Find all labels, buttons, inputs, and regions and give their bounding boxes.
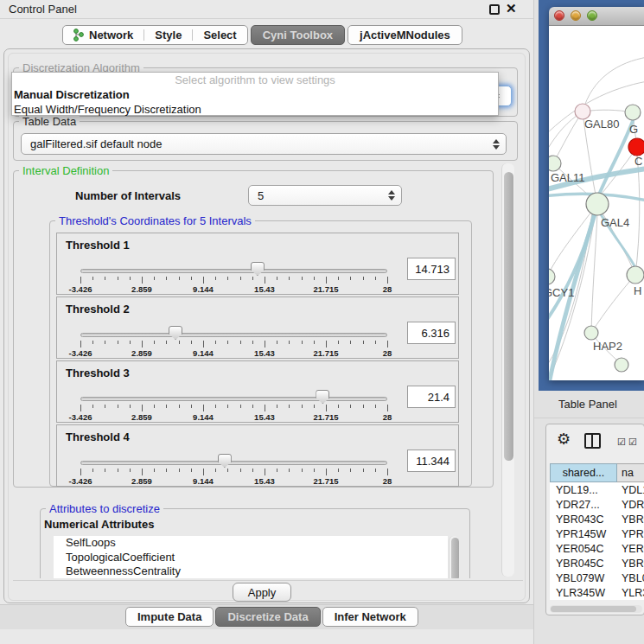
tick-mark bbox=[179, 277, 180, 280]
threshold-value-field[interactable]: 14.713 bbox=[407, 258, 456, 280]
tab-infer-network[interactable]: Infer Network bbox=[322, 607, 418, 627]
list-item-topologicalcoefficient[interactable]: TopologicalCoefficient bbox=[54, 551, 448, 565]
slider-thumb[interactable] bbox=[169, 326, 182, 340]
tick-mark bbox=[289, 341, 290, 344]
network-node-hap2[interactable] bbox=[584, 326, 598, 340]
slider-thumb[interactable] bbox=[218, 454, 232, 468]
table-cell: YBR045C bbox=[550, 556, 617, 571]
window-title: Control Panel bbox=[9, 3, 77, 16]
traffic-light-green-icon[interactable] bbox=[587, 10, 597, 21]
h-scrollbar[interactable] bbox=[550, 605, 642, 613]
traffic-light-red-icon[interactable] bbox=[554, 10, 564, 21]
tab-select[interactable]: Select bbox=[193, 26, 246, 44]
tick-mark bbox=[289, 405, 290, 408]
tab-impute-data[interactable]: Impute Data bbox=[125, 607, 214, 627]
network-window-frame: GAL80GCGAL11GAL4GCY1HHAP2 bbox=[539, 0, 644, 391]
slider-thumb[interactable] bbox=[251, 262, 265, 276]
table-row[interactable]: YBR045CYBR0 bbox=[550, 556, 644, 571]
list-item-selfloops[interactable]: SelfLoops bbox=[54, 536, 448, 551]
network-edge-highlight bbox=[549, 215, 594, 324]
threshold-value-field[interactable]: 11.344 bbox=[407, 450, 456, 472]
tick-mark bbox=[154, 469, 155, 472]
table-data-combo[interactable]: galFiltered.sif default node bbox=[21, 133, 507, 155]
table-header-name[interactable]: na bbox=[617, 463, 644, 482]
tick-mark bbox=[375, 277, 376, 280]
table-header-shared-name[interactable]: shared... bbox=[550, 463, 617, 482]
tick-mark bbox=[227, 341, 228, 344]
right-panel: GAL80GCGAL11GAL4GCY1HHAP2 Table Panel ⚙ … bbox=[533, 0, 644, 644]
tab-jactivemnodules[interactable]: jActiveMNodules bbox=[348, 25, 462, 45]
network-edge bbox=[635, 156, 640, 275]
table-row[interactable]: YLR345WYLR3 bbox=[550, 585, 644, 600]
slider-thumb[interactable] bbox=[316, 390, 329, 404]
network-node-h[interactable] bbox=[627, 266, 644, 284]
tick-label: 2.859 bbox=[116, 348, 168, 358]
number-of-intervals-combo[interactable]: 5 bbox=[248, 185, 402, 206]
network-node-gal11[interactable] bbox=[549, 156, 561, 171]
columns-icon[interactable] bbox=[584, 433, 601, 449]
close-icon[interactable]: ✕ bbox=[506, 1, 517, 16]
tick-mark bbox=[166, 405, 167, 408]
tick-mark bbox=[314, 341, 315, 344]
tick-mark bbox=[375, 341, 376, 344]
checkbox-icon[interactable]: ☑ bbox=[628, 437, 637, 448]
table-row[interactable]: YER054CYER0 bbox=[550, 541, 644, 556]
popup-option-equal-width-frequency[interactable]: Equal Width/Frequency Discretization bbox=[12, 102, 498, 117]
tick-label: 21.715 bbox=[300, 284, 352, 294]
tick-label: 9.144 bbox=[177, 284, 229, 294]
traffic-light-yellow-icon[interactable] bbox=[571, 10, 581, 21]
slider-track[interactable] bbox=[80, 269, 387, 273]
table-row[interactable]: YDL19...YDL1 bbox=[550, 482, 644, 497]
tab-cyni-toolbox[interactable]: Cyni Toolbox bbox=[251, 25, 345, 45]
apply-button[interactable]: Apply bbox=[233, 583, 291, 602]
tick-mark bbox=[350, 405, 351, 408]
checkbox-icon[interactable]: ☑ bbox=[617, 437, 626, 448]
tick-mark bbox=[130, 277, 131, 280]
network-canvas[interactable]: GAL80GCGAL11GAL4GCY1HHAP2 bbox=[549, 26, 644, 380]
tick-label: 2.859 bbox=[116, 476, 168, 486]
attribute-list-scrollbar[interactable] bbox=[449, 536, 459, 578]
network-node-c[interactable] bbox=[628, 138, 644, 156]
tick-mark bbox=[277, 277, 277, 280]
table-cell: YBL079W bbox=[550, 571, 617, 585]
tick-mark bbox=[92, 469, 93, 472]
slider-track[interactable] bbox=[80, 461, 387, 465]
popup-option-manual-discretization[interactable]: Manual Discretization bbox=[12, 87, 498, 102]
network-window-titlebar bbox=[549, 7, 644, 26]
tick-mark bbox=[289, 277, 290, 280]
table-row[interactable]: YPR145WYPR1 bbox=[550, 526, 644, 541]
tick-label: -3.426 bbox=[54, 412, 106, 422]
table-row[interactable]: YBR043CYBR0 bbox=[550, 512, 644, 526]
slider-track[interactable] bbox=[80, 333, 387, 337]
tick-mark bbox=[265, 405, 265, 411]
tick-mark bbox=[191, 405, 192, 408]
tick-mark bbox=[80, 405, 81, 411]
network-node-gal4[interactable] bbox=[586, 193, 609, 215]
tick-mark bbox=[252, 469, 253, 472]
tick-mark bbox=[387, 341, 388, 348]
tab-network[interactable]: Network bbox=[63, 26, 143, 44]
threshold-value-field[interactable]: 21.4 bbox=[407, 386, 456, 408]
tick-label: 28 bbox=[361, 412, 413, 422]
tab-discretize-data[interactable]: Discretize Data bbox=[215, 607, 320, 627]
attribute-list[interactable]: SelfLoopsTopologicalCoefficientBetweenne… bbox=[54, 536, 448, 578]
table-data-combo-value: galFiltered.sif default node bbox=[22, 137, 490, 150]
tick-mark bbox=[215, 405, 216, 408]
float-window-icon[interactable] bbox=[489, 4, 500, 15]
slider-track[interactable] bbox=[80, 397, 387, 401]
table-row[interactable]: YBL079WYBL0 bbox=[550, 571, 644, 585]
network-node[interactable] bbox=[615, 358, 628, 372]
tick-mark bbox=[252, 405, 253, 408]
table-row[interactable]: YDR27...YDR2 bbox=[550, 497, 644, 512]
network-node-g[interactable] bbox=[625, 105, 641, 120]
gear-icon[interactable]: ⚙ bbox=[557, 431, 571, 447]
tab-style[interactable]: Style bbox=[144, 26, 192, 44]
network-node-gcy1[interactable] bbox=[549, 269, 555, 284]
tick-mark bbox=[80, 277, 81, 284]
tick-mark bbox=[227, 277, 228, 280]
content-scrollbar[interactable] bbox=[501, 163, 514, 577]
tick-mark bbox=[166, 341, 167, 344]
threshold-value-field[interactable]: 6.316 bbox=[407, 322, 456, 344]
list-item-betweennesscentrality[interactable]: BetweennessCentrality bbox=[54, 564, 448, 578]
tick-label: -3.426 bbox=[54, 476, 106, 486]
